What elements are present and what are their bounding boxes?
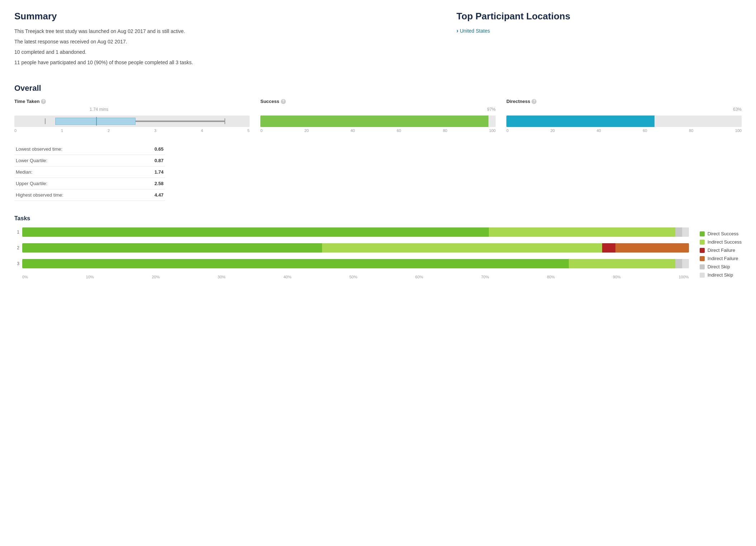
- summary-line: The latest response was received on Aug …: [14, 38, 442, 46]
- success-help-icon[interactable]: ?: [281, 99, 286, 104]
- tasks-title: Tasks: [14, 215, 742, 222]
- success-bar-container: 97% 020406080100: [260, 107, 496, 133]
- charts-row: Time Taken ? 1.74 mins: [14, 99, 742, 133]
- tasks-axis-label: 100%: [679, 275, 689, 279]
- tasks-chart-wrapper: 123 0%10%20%30%40%50%60%70%80%90%100% Di…: [14, 227, 742, 279]
- box-plot-track: [14, 116, 250, 127]
- success-value-label: 97%: [487, 107, 496, 112]
- time-taken-chart: Time Taken ? 1.74 mins: [14, 99, 250, 133]
- directness-help-icon[interactable]: ?: [531, 99, 537, 104]
- summary-line: 10 completed and 1 abandoned.: [14, 48, 442, 56]
- tasks-axis-label: 70%: [481, 275, 489, 279]
- time-taken-label: Time Taken ?: [14, 99, 250, 104]
- tasks-axis-label: 60%: [415, 275, 423, 279]
- stats-label: Median:: [14, 166, 136, 178]
- task-bar-segment: [675, 259, 682, 268]
- task-number: 3: [14, 261, 19, 266]
- task-bar-segment: [322, 243, 602, 253]
- tasks-axis-label: 80%: [547, 275, 555, 279]
- success-bar-track: [260, 116, 496, 127]
- directness-chart: Directness ? 63% 020406080100: [506, 99, 742, 133]
- tasks-axis-label: 50%: [349, 275, 357, 279]
- task-number: 2: [14, 245, 19, 250]
- summary-line: This Treejack tree test study was launch…: [14, 28, 442, 35]
- legend-item: Direct Skip: [700, 264, 742, 269]
- locations-section: Top Participant Locations United States: [457, 11, 742, 69]
- task-bar-track: [22, 243, 689, 253]
- tasks-section: Tasks 123 0%10%20%30%40%50%60%70%80%90%1…: [14, 215, 742, 279]
- directness-bar-track: [506, 116, 742, 127]
- legend-swatch: [700, 248, 705, 253]
- task-bar-segment: [489, 227, 675, 237]
- directness-axis: 020406080100: [506, 128, 742, 133]
- tasks-axis-label: 10%: [86, 275, 94, 279]
- summary-line: 11 people have participated and 10 (90%)…: [14, 59, 442, 66]
- directness-bar-container: 63% 020406080100: [506, 107, 742, 133]
- tasks-chart: 123 0%10%20%30%40%50%60%70%80%90%100%: [14, 227, 689, 279]
- box-plot-value-label: 1.74 mins: [90, 107, 108, 112]
- task-bar-segment: [615, 243, 689, 253]
- legend-label: Direct Failure: [708, 248, 735, 253]
- legend-label: Direct Skip: [708, 264, 730, 269]
- legend-swatch: [700, 240, 705, 245]
- stats-label: Upper Quartile:: [14, 178, 136, 189]
- legend-label: Indirect Skip: [708, 272, 733, 278]
- stats-row: Median:1.74: [14, 166, 165, 178]
- task-row: 3: [14, 259, 689, 268]
- success-bar-fill: [260, 116, 488, 127]
- stats-table-container: Lowest observed time:0.65Lower Quartile:…: [14, 143, 742, 201]
- task-row: 1: [14, 227, 689, 237]
- task-bar-segment: [22, 243, 322, 253]
- stats-label: Lowest observed time:: [14, 143, 136, 155]
- legend-item: Indirect Skip: [700, 272, 742, 278]
- task-bar-segment: [22, 227, 489, 237]
- stats-value: 0.65: [136, 143, 165, 155]
- task-row: 2: [14, 243, 689, 253]
- success-label: Success ?: [260, 99, 496, 104]
- task-number: 1: [14, 230, 19, 235]
- success-axis: 020406080100: [260, 128, 496, 133]
- tasks-axis-label: 20%: [152, 275, 160, 279]
- time-taken-help-icon[interactable]: ?: [41, 99, 46, 104]
- task-bar-track: [22, 227, 689, 237]
- stats-row: Upper Quartile:2.58: [14, 178, 165, 189]
- time-axis: 012345: [14, 128, 250, 133]
- legend-swatch: [700, 231, 705, 236]
- task-bar-segment: [682, 259, 689, 268]
- stats-value: 0.87: [136, 155, 165, 166]
- stats-row: Lower Quartile:0.87: [14, 155, 165, 166]
- task-bar-segment: [569, 259, 675, 268]
- overall-title: Overall: [14, 84, 742, 93]
- location-item[interactable]: United States: [457, 28, 742, 34]
- legend-item: Indirect Failure: [700, 256, 742, 261]
- tasks-axis-label: 40%: [284, 275, 292, 279]
- legend-swatch: [700, 264, 705, 269]
- task-bar-segment: [675, 227, 682, 237]
- stats-table: Lowest observed time:0.65Lower Quartile:…: [14, 143, 165, 201]
- tasks-axis-label: 0%: [22, 275, 28, 279]
- tasks-axis-label: 90%: [613, 275, 621, 279]
- stats-value: 2.58: [136, 178, 165, 189]
- stats-label: Lower Quartile:: [14, 155, 136, 166]
- legend-label: Indirect Failure: [708, 256, 738, 261]
- stats-row: Lowest observed time:0.65: [14, 143, 165, 155]
- directness-bar-fill: [506, 116, 655, 127]
- summary-title: Summary: [14, 11, 442, 22]
- stats-row: Highest observed time:4.47: [14, 189, 165, 201]
- legend-swatch: [700, 273, 705, 278]
- task-bar-segment: [682, 227, 689, 237]
- locations-title: Top Participant Locations: [457, 11, 742, 22]
- overall-section: Overall Time Taken ? 1.74 mins: [14, 84, 742, 201]
- tasks-axis: 0%10%20%30%40%50%60%70%80%90%100%: [14, 275, 689, 279]
- legend-label: Indirect Success: [708, 239, 742, 245]
- legend-item: Direct Failure: [700, 248, 742, 253]
- stats-value: 4.47: [136, 189, 165, 201]
- directness-value-label: 63%: [733, 107, 742, 112]
- task-bar-track: [22, 259, 689, 268]
- stats-label: Highest observed time:: [14, 189, 136, 201]
- directness-label: Directness ?: [506, 99, 742, 104]
- legend-item: Direct Success: [700, 231, 742, 236]
- summary-section: Summary This Treejack tree test study wa…: [14, 11, 442, 69]
- legend-label: Direct Success: [708, 231, 739, 236]
- box-plot: 1.74 mins 012345: [14, 107, 250, 133]
